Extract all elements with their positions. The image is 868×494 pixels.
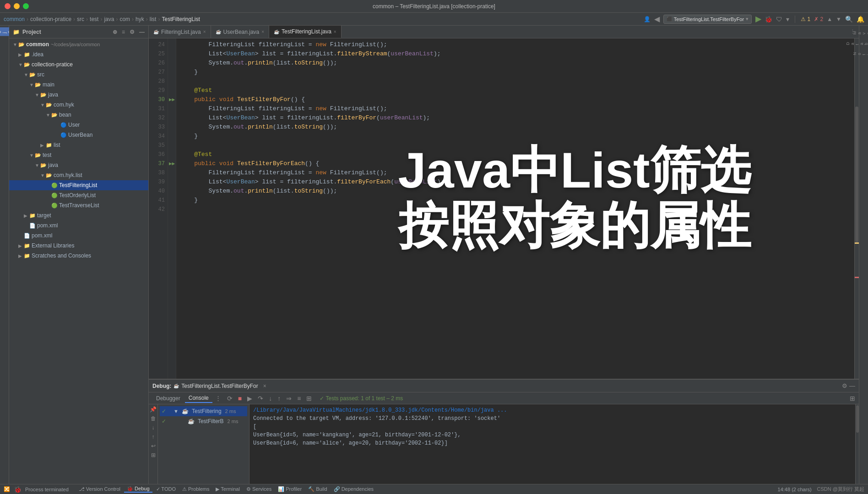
debug-clear-icon[interactable]: 🗑 [151,415,156,422]
breadcrumb-item[interactable]: com [119,16,130,22]
code-content[interactable]: FilteringList filteringList = new Filter… [176,38,859,379]
more-btn[interactable]: ⊞ [305,395,313,402]
tree-item-testorderlylist[interactable]: ▶ 🟢 TestOrderlyList [9,190,148,200]
notification-icon[interactable]: 🔔 [857,16,864,23]
breadcrumb-item[interactable]: common [4,16,25,22]
run-config-selector[interactable]: ⬛ TestFilteringList.TestFilterByFor ▾ [663,15,752,24]
tab-filteringlist[interactable]: ☕ FilteringList.java × [149,26,211,38]
profiler-tab[interactable]: 📊 Profiler [275,486,304,492]
resume-btn[interactable]: ▶ [246,395,254,402]
tree-item-pom-root[interactable]: ▶ 📄 pom.xml [9,231,148,241]
tree-item-userbean[interactable]: ▶ 🔵 UserBean [9,130,148,140]
tree-item-target[interactable]: ▶ 📁 target [9,210,148,220]
database-tab[interactable]: Database [844,38,868,49]
terminal-tab[interactable]: ▶ Terminal [213,486,242,492]
debug-item-testfiltering[interactable]: ✓ ▼ ☕ TestFiltering 2 ms [160,406,247,416]
tree-item-idea[interactable]: ▶ 📁 .idea [9,49,148,59]
debug-more-icon[interactable]: ⊞ [151,452,156,458]
warning-indicator[interactable]: ⚠ 1 [801,16,810,22]
debug-status-btn[interactable]: 🐞 [14,486,22,493]
debug-tab-close[interactable]: × [263,383,266,389]
vcs-status-btn[interactable]: 🔀 [4,486,10,492]
tree-item-src[interactable]: ▼ 📂 src [9,70,148,80]
debug-button[interactable]: 🐞 [765,16,772,23]
breadcrumb-item[interactable]: collection-pratice [30,16,71,22]
tree-item-list[interactable]: ▶ 📁 list [9,140,148,150]
error-indicator[interactable]: ✗ 2 [814,16,823,22]
debug-filter-icon[interactable]: ↓ [152,424,155,431]
breadcrumb-item[interactable]: list [150,16,157,22]
caret-up[interactable]: ▲ [827,16,832,22]
problems-tab[interactable]: ⚠ Problems [179,486,212,492]
expand-console-btn[interactable]: ⊞ [850,395,855,402]
tree-root[interactable]: ▼ 📂 common ~/codes/java/common [9,39,148,49]
tab-debugger[interactable]: Debugger [152,394,184,403]
header-btn-4[interactable]: — [139,29,145,35]
tree-item-java-test[interactable]: ▼ 📂 java [9,160,148,170]
debug-item-testfilterb[interactable]: ✓ ▼ ☕ TestFilterB 2 ms [160,416,247,426]
maven-tab[interactable]: Maven [851,27,868,38]
tree-item-java-main[interactable]: ▼ 📂 java [9,90,148,100]
breadcrumb-item[interactable]: src [77,16,84,22]
vcs-icon[interactable]: 👤 [644,16,651,22]
evaluate-btn[interactable]: ≡ [296,395,302,402]
step-out-btn[interactable]: ↑ [276,395,282,402]
coverage-button[interactable]: 🛡 [776,16,782,23]
notifications-tab[interactable]: Notif [851,48,868,59]
tab-close-testfiltering[interactable]: × [334,29,336,34]
tree-item-testfilteringlist[interactable]: ▶ 🟢 TestFilteringList [9,180,148,190]
services-tab[interactable]: ⚙ Services [244,486,274,492]
minimize-button[interactable] [14,3,20,9]
header-btn-2[interactable]: ≡ [122,29,125,35]
version-control-tab[interactable]: ⎇ Version Control [76,486,123,492]
caret-down[interactable]: ▼ [836,16,841,22]
header-btn-1[interactable]: ⊕ [113,29,117,35]
run-button[interactable]: ▶ [755,15,761,23]
header-btn-3[interactable]: ⚙ [130,29,135,35]
tree-item-user[interactable]: ▶ 🔵 User [9,120,148,130]
tab-close-filteringlist[interactable]: × [203,29,206,34]
tab-testfilteringlist[interactable]: ☕ TestFilteringList.java × [269,26,342,38]
tree-item-testtraverselist[interactable]: ▶ 🟢 TestTraverseList [9,200,148,210]
debug-sort-icon[interactable]: ↑ [152,434,155,440]
close-button[interactable] [5,3,11,9]
tab-close-userbean[interactable]: × [261,29,264,34]
cursor-position[interactable]: 14:48 (2 chars) [778,487,812,492]
maximize-button[interactable] [23,3,29,9]
settings-btn[interactable]: ⚙ [842,382,847,389]
dependencies-tab[interactable]: 🔗 Dependencies [331,486,376,492]
vertical-scrollbar[interactable] [854,38,859,379]
navigate-back-icon[interactable]: ◀ [654,15,660,23]
tree-item-com-hyk-list[interactable]: ▼ 📂 com.hyk.list [9,170,148,180]
search-button[interactable]: 🔍 [845,16,853,23]
tree-item-pom-collection[interactable]: ▶ 📄 pom.xml [9,220,148,231]
todo-tab[interactable]: ✓ TODO [153,486,179,492]
step-over-btn[interactable]: ↷ [256,395,265,402]
tree-item-main[interactable]: ▼ 📂 main [9,80,148,90]
breadcrumb-item[interactable]: java [104,16,114,22]
debug-pin-icon[interactable]: 📌 [150,406,157,413]
build-tab[interactable]: 🔨 Build [305,486,330,492]
stop-btn[interactable]: ■ [237,395,243,402]
tab-console[interactable]: Console [185,394,212,403]
minimize-panel-btn[interactable]: — [849,382,855,389]
console-options-btn[interactable]: ⋮ [215,395,221,402]
tree-item-bean[interactable]: ▼ 📂 bean [9,110,148,120]
rerun-btn[interactable]: ⟳ [226,395,234,402]
run-to-cursor-btn[interactable]: ⇒ [285,395,293,402]
console-scrollbar[interactable] [855,404,859,484]
breadcrumb-item[interactable]: test [90,16,98,22]
step-into-btn[interactable]: ↓ [267,395,273,402]
tree-item-collection[interactable]: ▼ 📂 collection-pratice [9,59,148,70]
tree-item-com-hyk[interactable]: ▼ 📂 com.hyk [9,100,148,110]
tree-item-external-libs[interactable]: ▶ 📁 External Libraries [9,241,148,251]
code-editor[interactable]: 24 25 26 27 28 29 30 31 32 33 34 35 36 3… [149,38,859,379]
breadcrumb-item[interactable]: hyk [136,16,144,22]
console-output[interactable]: /Library/Java/JavaVirtualMachines/jdk1.8… [250,404,855,484]
tab-userbean[interactable]: ☕ UserBean.java × [211,26,270,38]
tree-item-test[interactable]: ▼ 📂 test [9,150,148,160]
debug-bottom-tab[interactable]: 🐞 Debug [124,486,152,493]
more-run-options[interactable]: ▾ [786,16,789,23]
debug-wrap-icon[interactable]: ↩ [151,443,156,449]
tree-item-scratches[interactable]: ▶ 📁 Scratches and Consoles [9,251,148,261]
